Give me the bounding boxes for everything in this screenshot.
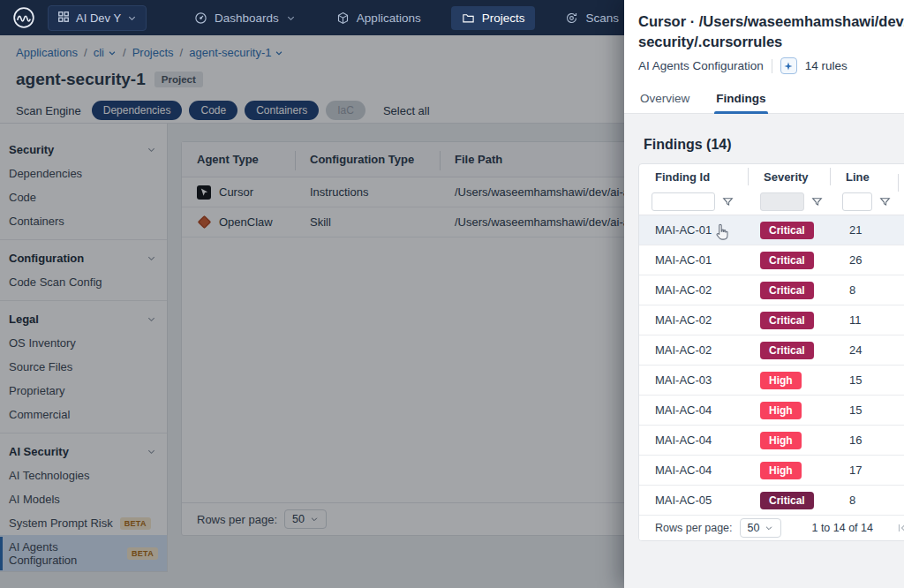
line-number: 26 [830, 253, 898, 267]
tab-findings[interactable]: Findings [714, 85, 767, 113]
workspace-label: AI Dev Y [76, 11, 121, 25]
finding-id: MAI-AC-04 [639, 433, 748, 447]
line-number: 15 [830, 403, 898, 417]
tab-overview[interactable]: Overview [638, 85, 691, 113]
app-root: AI Dev Y Dashboards Applications Project… [0, 0, 904, 588]
mend-logo-icon[interactable] [12, 6, 35, 29]
severity-badge: High [760, 402, 802, 419]
severity-badge: Critical [760, 252, 814, 269]
column-header-line[interactable]: Line [830, 170, 898, 184]
rules-count: 14 rules [805, 59, 848, 72]
first-page-icon[interactable] [896, 522, 904, 534]
finding-id: MAI-AC-03 [639, 373, 748, 387]
finding-row[interactable]: MAI-AC-04High17 [639, 456, 904, 486]
findings-filter-row [639, 189, 904, 215]
panel-title-line-2: security/.cursorrules [638, 32, 904, 52]
finding-id: MAI-AC-04 [639, 464, 748, 477]
severity-badge: Critical [760, 282, 814, 299]
chevron-down-icon [765, 524, 773, 532]
nav-label: Projects [482, 11, 525, 25]
finding-row[interactable]: MAI-AC-02Critical11 [639, 305, 904, 335]
chevron-down-icon [127, 13, 137, 23]
severity-filter-input[interactable] [760, 192, 804, 211]
line-number: 24 [830, 343, 898, 357]
finding-id: MAI-AC-05 [639, 494, 748, 507]
severity-badge: Critical [760, 222, 814, 239]
finding-id: MAI-AC-02 [639, 313, 748, 327]
findings-table-body: MAI-AC-01Critical21MAI-AC-01Critical26MA… [639, 215, 904, 516]
finding-id-filter-input[interactable] [652, 192, 715, 211]
finding-row[interactable]: MAI-AC-02Critical24 [639, 335, 904, 366]
line-number: 16 [830, 433, 898, 447]
panel-body: Findings (14) Finding Id Severity Line [624, 114, 904, 588]
folder-icon [462, 11, 475, 25]
findings-table-header: Finding Id Severity Line [639, 164, 904, 189]
line-number: 8 [830, 283, 898, 297]
findings-pagination: Rows per page: 50 1 to 14 of 14 [639, 516, 904, 540]
severity-badge: High [760, 372, 802, 389]
filter-icon[interactable] [811, 196, 823, 207]
severity-badge: Critical [760, 342, 814, 359]
findings-table-card: Finding Id Severity Line [638, 163, 904, 541]
line-number: 17 [830, 464, 898, 477]
line-number: 15 [830, 373, 898, 387]
finding-id: MAI-AC-01 [639, 223, 748, 237]
nav-item-applications[interactable]: Applications [326, 6, 432, 30]
finding-row[interactable]: MAI-AC-04High16 [639, 426, 904, 456]
divider [772, 59, 772, 73]
severity-badge: High [760, 462, 802, 479]
nav-label: Scans [585, 11, 619, 25]
finding-row[interactable]: MAI-AC-01Critical21 [639, 215, 904, 245]
cube-icon [336, 11, 350, 25]
gauge-icon [194, 11, 207, 25]
column-header-severity[interactable]: Severity [748, 170, 830, 184]
finding-row[interactable]: MAI-AC-05Critical8 [639, 486, 904, 516]
panel-subtitle: AI Agents Configuration [638, 59, 764, 72]
panel-tabs: Overview Findings [624, 85, 904, 114]
rows-per-page-select[interactable]: 50 [740, 518, 782, 538]
chevron-down-icon [286, 13, 296, 23]
finding-details-panel: Cursor · /Users/waseemhamshawi/dev/ai-ag… [624, 0, 904, 588]
workspace-switcher[interactable]: AI Dev Y [48, 5, 147, 31]
line-number: 8 [830, 494, 898, 507]
severity-badge: Critical [760, 492, 814, 509]
severity-badge: Critical [760, 312, 814, 329]
rows-per-page-label: Rows per page: [655, 522, 733, 534]
line-number: 21 [830, 223, 898, 237]
ai-scan-icon [780, 57, 797, 74]
nav-item-dashboards[interactable]: Dashboards [184, 6, 306, 30]
panel-title-line-1: Cursor · /Users/waseemhamshawi/dev/ai-ag… [638, 11, 904, 32]
findings-heading: Findings (14) [644, 137, 904, 153]
severity-badge: High [760, 432, 802, 449]
filter-icon[interactable] [879, 196, 891, 207]
finding-id: MAI-AC-04 [639, 403, 748, 417]
finding-id: MAI-AC-02 [639, 283, 748, 297]
filter-icon[interactable] [722, 196, 734, 207]
scan-icon [565, 11, 578, 25]
grid-icon [57, 11, 70, 26]
finding-row[interactable]: MAI-AC-01Critical26 [639, 245, 904, 275]
line-filter-input[interactable] [842, 192, 872, 211]
finding-id: MAI-AC-02 [639, 343, 748, 357]
line-number: 11 [830, 313, 898, 327]
nav-label: Dashboards [215, 11, 279, 25]
nav-item-projects[interactable]: Projects [451, 6, 536, 30]
nav-item-scans[interactable]: Scans [554, 6, 629, 30]
column-header-finding-id[interactable]: Finding Id [639, 170, 748, 184]
pagination-range: 1 to 14 of 14 [811, 522, 873, 534]
finding-row[interactable]: MAI-AC-03High15 [639, 366, 904, 396]
finding-row[interactable]: MAI-AC-02Critical8 [639, 275, 904, 305]
nav-label: Applications [357, 11, 421, 25]
finding-id: MAI-AC-01 [639, 253, 748, 267]
finding-row[interactable]: MAI-AC-04High15 [639, 396, 904, 426]
